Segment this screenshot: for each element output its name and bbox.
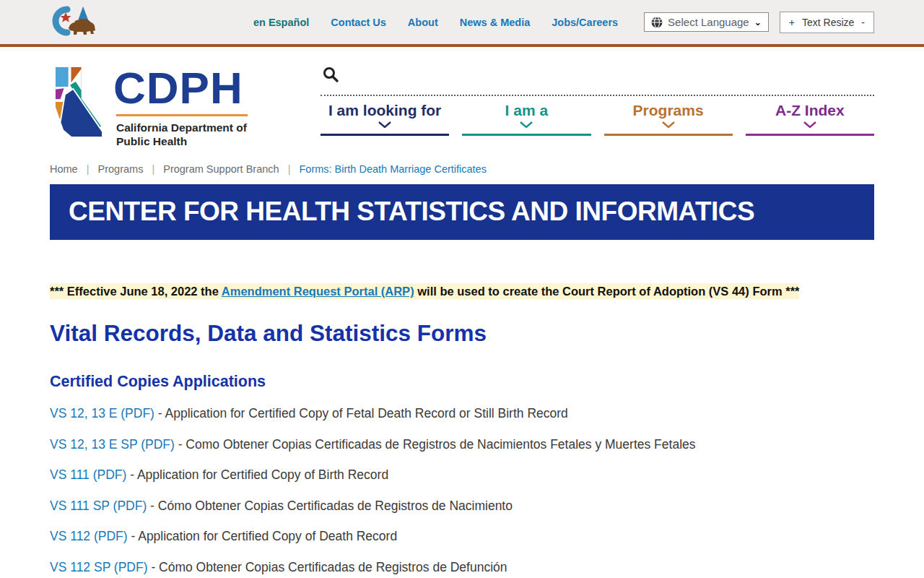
site-header: CDPH California Department of Public Hea… bbox=[50, 47, 874, 149]
ca-gov-logo[interactable] bbox=[50, 4, 96, 41]
section-heading-certified-copies: Certified Copies Applications bbox=[50, 373, 874, 391]
form-description: - Cómo Obtener Copias Certificadas de Re… bbox=[148, 560, 507, 574]
page-title: Vital Records, Data and Statistics Forms bbox=[50, 320, 874, 347]
california-state-icon bbox=[50, 64, 105, 139]
text-resize-decrease-button[interactable]: - bbox=[861, 17, 865, 28]
nav-label: Programs bbox=[604, 102, 733, 119]
notice-text-prefix: *** Effective June 18, 2022 the bbox=[50, 285, 222, 298]
vs-112-sp-pdf-link[interactable]: VS 112 SP (PDF) bbox=[50, 560, 148, 574]
effective-date-notice: *** Effective June 18, 2022 the Amendmen… bbox=[50, 283, 874, 301]
form-link-row: VS 12, 13 E SP (PDF) - Como Obtener Copi… bbox=[50, 437, 874, 452]
cdph-acronym: CDPH bbox=[113, 67, 248, 108]
cdph-logo-text: CDPH California Department of Public Hea… bbox=[113, 64, 248, 149]
logo-underline bbox=[116, 114, 248, 116]
breadcrumb-home[interactable]: Home bbox=[50, 163, 78, 175]
text-resize-increase-button[interactable]: + bbox=[789, 17, 795, 28]
topbar-links: en Español Contact Us About News & Media… bbox=[253, 17, 618, 28]
chevron-down-icon bbox=[662, 121, 675, 128]
link-about[interactable]: About bbox=[408, 17, 438, 28]
chevron-down-icon: ⌄ bbox=[754, 17, 762, 27]
primary-nav: I am looking for I am a Programs A-Z Ind… bbox=[321, 64, 874, 149]
form-link-row: VS 12, 13 E (PDF) - Application for Cert… bbox=[50, 406, 874, 421]
chevron-down-icon bbox=[520, 121, 533, 128]
nav-label: I am looking for bbox=[321, 102, 449, 119]
center-banner: CENTER FOR HEALTH STATISTICS AND INFORMA… bbox=[50, 184, 874, 240]
vs-12-13-e-sp-pdf-link[interactable]: VS 12, 13 E SP (PDF) bbox=[50, 437, 175, 452]
form-description: - Application for Certified Copy of Birt… bbox=[126, 467, 388, 482]
logo-caption-line2: Public Health bbox=[116, 135, 248, 149]
cdph-logo[interactable]: CDPH California Department of Public Hea… bbox=[50, 64, 321, 149]
search-icon bbox=[322, 66, 339, 83]
language-selector[interactable]: Select Language ⌄ bbox=[644, 12, 769, 32]
link-contact-us[interactable]: Contact Us bbox=[331, 17, 386, 28]
nav-label: A-Z Index bbox=[746, 102, 874, 119]
globe-icon bbox=[651, 17, 663, 28]
form-description: - Como Obtener Copias Certificadas de Re… bbox=[175, 437, 696, 452]
form-link-row: VS 112 (PDF) - Application for Certified… bbox=[50, 529, 874, 544]
breadcrumb-separator: | bbox=[87, 163, 90, 175]
chevron-down-icon bbox=[803, 121, 816, 128]
breadcrumb-separator: | bbox=[152, 163, 154, 175]
form-description: - Application for Certified Copy of Deat… bbox=[128, 529, 398, 543]
amendment-request-portal-link[interactable]: Amendment Request Portal (ARP) bbox=[222, 285, 414, 298]
link-news-media[interactable]: News & Media bbox=[460, 17, 531, 28]
logo-caption-line1: California Department of bbox=[116, 121, 248, 135]
breadcrumb-program-support-branch[interactable]: Program Support Branch bbox=[163, 163, 279, 175]
notice-text-suffix: will be used to create the Court Report … bbox=[414, 285, 800, 298]
breadcrumb: Home | Programs | Program Support Branch… bbox=[50, 163, 874, 175]
language-selector-label: Select Language bbox=[668, 16, 749, 28]
form-link-row: VS 111 SP (PDF) - Cómo Obtener Copias Ce… bbox=[50, 499, 874, 514]
form-link-row: VS 112 SP (PDF) - Cómo Obtener Copias Ce… bbox=[50, 560, 874, 575]
form-description: - Cómo Obtener Copias Certificadas de Re… bbox=[147, 499, 513, 513]
banner-title: CENTER FOR HEALTH STATISTICS AND INFORMA… bbox=[69, 197, 754, 227]
form-description: - Application for Certified Copy of Feta… bbox=[154, 406, 568, 420]
link-en-espanol[interactable]: en Español bbox=[253, 17, 309, 28]
primary-nav-row: I am looking for I am a Programs A-Z Ind… bbox=[321, 95, 874, 136]
vs-111-pdf-link[interactable]: VS 111 (PDF) bbox=[50, 467, 126, 482]
nav-programs[interactable]: Programs bbox=[604, 102, 733, 136]
ca-gov-logo-icon bbox=[50, 4, 96, 38]
breadcrumb-current-page[interactable]: Forms: Birth Death Marriage Certificates bbox=[299, 163, 486, 175]
vs-12-13-e-pdf-link[interactable]: VS 12, 13 E (PDF) bbox=[50, 406, 154, 420]
nav-i-am-looking-for[interactable]: I am looking for bbox=[321, 102, 449, 136]
link-jobs-careers[interactable]: Jobs/Careers bbox=[552, 17, 618, 28]
nav-label: I am a bbox=[462, 102, 590, 119]
chevron-down-icon bbox=[378, 121, 391, 128]
main-content: *** Effective June 18, 2022 the Amendmen… bbox=[50, 283, 874, 578]
top-utility-bar: en Español Contact Us About News & Media… bbox=[0, 0, 924, 47]
text-resize-label: Text Resize bbox=[802, 17, 854, 28]
breadcrumb-programs[interactable]: Programs bbox=[98, 163, 144, 175]
vs-112-pdf-link[interactable]: VS 112 (PDF) bbox=[50, 529, 128, 543]
search-button[interactable] bbox=[322, 66, 339, 85]
nav-i-am-a[interactable]: I am a bbox=[462, 102, 590, 136]
text-resize-widget: + Text Resize - bbox=[780, 12, 874, 33]
nav-a-z-index[interactable]: A-Z Index bbox=[746, 102, 874, 136]
vs-111-sp-pdf-link[interactable]: VS 111 SP (PDF) bbox=[50, 499, 147, 513]
form-link-row: VS 111 (PDF) - Application for Certified… bbox=[50, 467, 874, 483]
breadcrumb-separator: | bbox=[288, 163, 291, 175]
